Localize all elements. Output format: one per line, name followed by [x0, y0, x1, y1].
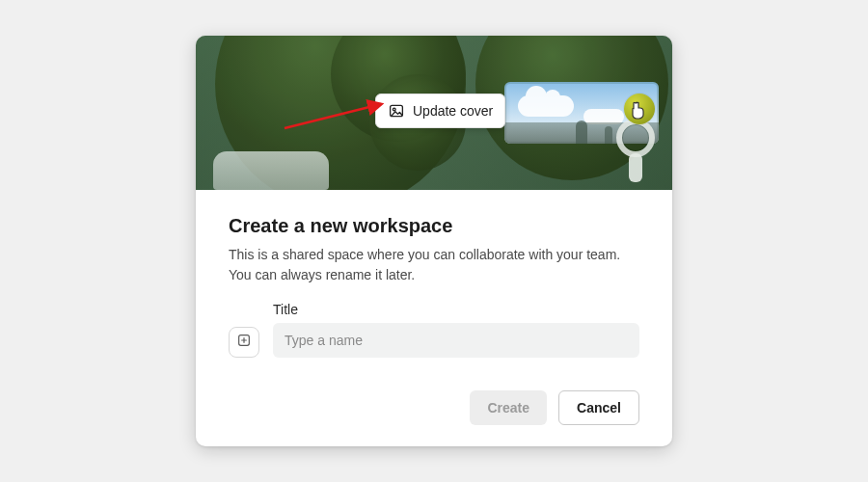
dialog-actions: Create Cancel [229, 390, 639, 425]
dialog-body: Create a new workspace This is a shared … [196, 190, 672, 446]
image-icon [388, 102, 405, 120]
dialog-heading: Create a new workspace [229, 215, 639, 237]
dialog-description: This is a shared space where you can col… [229, 245, 639, 284]
create-workspace-dialog: Update cover Create a new workspace This… [196, 36, 672, 446]
cover-decor [616, 119, 655, 182]
cover-decor [624, 94, 655, 124]
cover-area: Update cover [196, 36, 672, 190]
add-icon-button[interactable] [229, 327, 259, 358]
dialog-description-line: This is a shared space where you can col… [229, 247, 620, 262]
plus-icon [236, 333, 252, 351]
update-cover-label: Update cover [413, 103, 493, 119]
svg-point-1 [393, 108, 395, 111]
title-row: Title [229, 302, 639, 358]
cancel-button[interactable]: Cancel [558, 390, 639, 425]
title-input[interactable] [273, 323, 639, 358]
create-button[interactable]: Create [470, 390, 547, 425]
cover-decor [213, 151, 329, 190]
update-cover-button[interactable]: Update cover [375, 94, 505, 128]
title-label: Title [273, 302, 639, 317]
dialog-description-line: You can always rename it later. [229, 267, 415, 282]
